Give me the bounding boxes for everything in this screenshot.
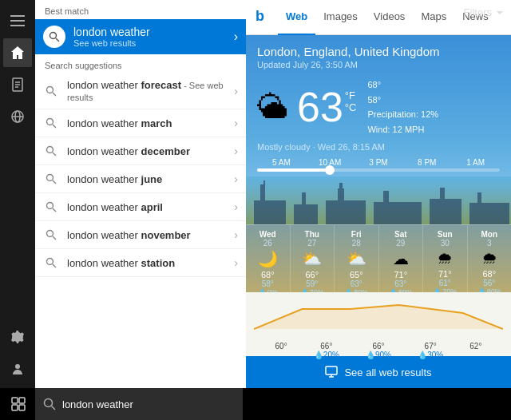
svg-rect-39: [430, 199, 461, 224]
svg-line-12: [56, 38, 59, 42]
search-suggestion-icon: [43, 115, 59, 131]
forecast-day-date: 28: [352, 239, 361, 248]
svg-rect-40: [440, 188, 445, 202]
forecast-day-name: Sun: [438, 230, 453, 239]
svg-line-16: [53, 125, 56, 128]
forecast-day[interactable]: Fri 28 ⛅ 65° 63° 💧80%: [335, 225, 379, 292]
timeline-dot: [325, 165, 335, 175]
forecast-day[interactable]: Sat 29 ☁ 71° 63° 💧80%: [379, 225, 424, 292]
chart-label: 60°: [275, 342, 287, 359]
search-suggestion-icon: [43, 227, 59, 243]
timeline-progress: [257, 168, 330, 172]
forecast-hi: 71°: [394, 270, 407, 279]
best-match-label: Best match: [35, 0, 246, 19]
suggestion-arrow: ›: [234, 200, 238, 213]
see-all-bar[interactable]: See all web results: [246, 356, 511, 388]
settings-icon[interactable]: [3, 323, 32, 351]
filters-button[interactable]: Filters: [464, 6, 505, 18]
svg-point-25: [47, 259, 53, 265]
best-match-title: london weather: [73, 26, 234, 38]
forecast-day[interactable]: Sun 30 🌧 71° 61° 💧70%: [423, 225, 468, 292]
suggestion-item[interactable]: london weather june ›: [35, 165, 246, 193]
suggestion-item[interactable]: london weather march ›: [35, 109, 246, 137]
suggestion-arrow: ›: [234, 145, 238, 157]
home-icon[interactable]: [3, 38, 32, 67]
weather-details: 68° 58° Precipitation: 12% Wind: 12 MPH: [367, 77, 438, 137]
svg-point-19: [47, 175, 53, 181]
search-suggestion-icon: [43, 143, 59, 159]
weather-condition: Mostly cloudy · Wed 26, 8:15 AM: [246, 141, 511, 155]
suggestions-label: Search suggestions: [35, 54, 246, 73]
weather-temp-number: 63: [297, 86, 343, 128]
hour-label: 5 AM: [257, 158, 306, 167]
search-suggestion-icon: [43, 83, 59, 99]
svg-rect-41: [469, 203, 509, 224]
svg-point-13: [47, 87, 53, 93]
svg-point-11: [50, 33, 57, 39]
hour-label: 1 AM: [451, 158, 500, 167]
search-input[interactable]: [62, 398, 235, 410]
svg-rect-42: [477, 192, 481, 205]
forecast-icon: 🌧: [481, 249, 497, 267]
task-view-icon[interactable]: [0, 388, 37, 420]
forecast-hi: 68°: [261, 270, 275, 279]
bing-logo: b: [256, 8, 271, 27]
monitor-icon: [325, 366, 338, 378]
forecast-day[interactable]: Wed 26 🌙 68° 58° 💧0%: [246, 225, 291, 292]
suggestion-item[interactable]: london weather forecast - See web result…: [35, 73, 246, 109]
forecast-day-date: 30: [441, 239, 450, 248]
svg-rect-50: [19, 405, 25, 410]
svg-rect-47: [12, 398, 18, 403]
search-suggestion-icon: [43, 171, 59, 187]
weather-icon: 🌥: [257, 89, 289, 125]
search-icon-blue: [43, 26, 65, 48]
temperature-chart: [254, 297, 503, 337]
suggestion-item[interactable]: london weather december ›: [35, 137, 246, 165]
forecast-lo: 58°: [262, 279, 274, 288]
svg-text:b: b: [256, 8, 264, 24]
hour-label: 8 PM: [402, 158, 451, 167]
chart-area: 60°66°💧20%66°💧90%67°💧30%62°: [246, 292, 511, 356]
see-all-label: See all web results: [344, 367, 431, 378]
chart-label: 62°: [469, 342, 481, 359]
hour-label: 3 PM: [355, 158, 403, 167]
best-match-arrow: ›: [234, 30, 238, 44]
forecast-day-name: Sat: [394, 230, 407, 239]
forecast-lo: 63°: [394, 279, 406, 288]
svg-rect-38: [383, 191, 389, 205]
taskbar-left: [0, 0, 35, 420]
weather-updated: Updated July 26, 3:50 AM: [246, 60, 511, 74]
best-match-item[interactable]: london weather See web results ›: [35, 19, 246, 54]
suggestion-item[interactable]: london weather april ›: [35, 193, 246, 221]
forecast-lo: 59°: [306, 279, 318, 288]
globe-icon[interactable]: [3, 102, 32, 131]
svg-line-14: [53, 93, 56, 96]
forecast-lo: 63°: [351, 279, 362, 288]
chart-label: 67°💧30%: [418, 342, 443, 359]
document-icon[interactable]: [3, 70, 32, 99]
user-icon[interactable]: [3, 355, 32, 383]
hamburger-menu-icon[interactable]: [3, 6, 32, 35]
search-panel: Best match london weather See web result…: [35, 0, 246, 388]
bing-tab-maps[interactable]: Maps: [413, 0, 454, 35]
suggestion-item[interactable]: london weather station ›: [35, 249, 246, 277]
forecast-day-name: Mon: [481, 230, 497, 239]
forecast-icon: ⛅: [347, 249, 366, 268]
svg-line-54: [52, 406, 56, 410]
chart-label: 66°💧90%: [366, 342, 391, 359]
search-bar[interactable]: [35, 388, 243, 420]
svg-line-24: [53, 236, 56, 240]
bing-tab-web[interactable]: Web: [278, 0, 315, 35]
suggestion-arrow: ›: [234, 85, 238, 97]
suggestion-item[interactable]: london weather november ›: [35, 221, 246, 249]
suggestion-arrow: ›: [234, 228, 238, 241]
forecast-day[interactable]: Mon 3 🌧 68° 56° 💧80%: [468, 225, 512, 292]
suggestion-text: london weather april: [67, 201, 234, 213]
forecast-hi: 71°: [438, 269, 452, 279]
bing-tab-videos[interactable]: Videos: [366, 0, 414, 35]
weather-main: 🌥 63 °F °C 68° 58° Precipitation: 12% Wi…: [246, 74, 511, 141]
forecast-day[interactable]: Thu 27 ⛅ 66° 59° 💧70%: [291, 225, 335, 292]
bing-tab-images[interactable]: Images: [315, 0, 366, 35]
svg-rect-31: [263, 180, 265, 192]
suggestion-text: london weather forecast - See web result…: [67, 79, 234, 103]
